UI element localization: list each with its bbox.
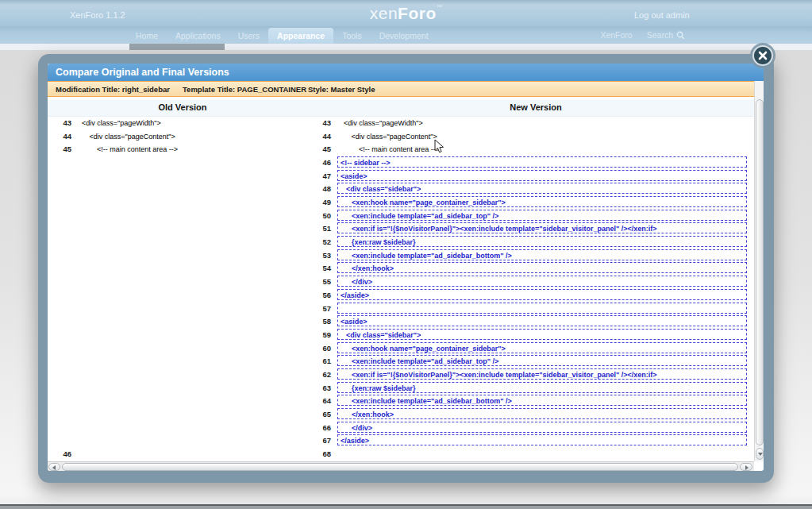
new-line-number: 46	[307, 158, 331, 167]
inserted-line-box	[337, 276, 747, 287]
new-line-number: 64	[307, 396, 331, 405]
new-line-number: 60	[307, 344, 331, 353]
inserted-line-box	[337, 408, 747, 419]
diff-row: 47<aside>	[48, 170, 754, 183]
diff-row: 51<xen:if is="!{$noVisitorPanel}"><xen:i…	[48, 222, 754, 235]
diff-row: 48<div class="sidebar">	[48, 183, 754, 195]
new-line-number: 58	[307, 317, 331, 326]
new-code-line-inserted: <xen:hook name="page_container_sidebar">	[352, 199, 506, 206]
diff-row: 44<div class="pageContent">44<div class=…	[48, 130, 754, 143]
modification-title-field: Modification Title: right_sidebar	[56, 85, 170, 94]
scroll-down-button[interactable]	[756, 448, 764, 460]
inserted-line-box	[337, 422, 747, 433]
new-code-line: <div class="pageContent">	[352, 133, 437, 141]
new-code-line: <!-- main content area -->	[359, 145, 440, 153]
old-code-line: <div class="pageWidth">	[82, 119, 161, 127]
new-line-number: 66	[307, 423, 331, 432]
diff-rows-area: 43<div class="pageWidth">43<div class="p…	[48, 117, 754, 461]
diff-row: 61<xen:include template="ad_sidebar_top"…	[48, 355, 754, 368]
new-line-number: 51	[307, 224, 331, 233]
old-line-number: 46	[48, 449, 71, 458]
nav-right-links: XenForo Search	[600, 26, 685, 44]
new-code-line-inserted: <div class="sidebar">	[346, 331, 421, 339]
diff-row: 65</xen:hook>	[48, 408, 754, 421]
new-code-line-inserted: <xen:hook name="page_container_sidebar">	[352, 345, 506, 353]
scroll-left-button[interactable]	[48, 463, 60, 471]
style-field: Style: Master Style	[308, 85, 375, 94]
new-line-number: 44	[307, 132, 331, 141]
logo-foro: Foro	[398, 4, 437, 22]
dimmed-subnav-tab	[129, 44, 225, 50]
nav-link-xenforo[interactable]: XenForo	[600, 30, 632, 40]
diff-column-headers: Old Version New Version	[48, 100, 754, 117]
diff-row: 4668	[48, 448, 754, 461]
main-navbar: HomeApplicationsUsersAppearanceToolsDeve…	[0, 26, 812, 44]
diff-row: 53<xen:include template="ad_sidebar_bott…	[48, 249, 754, 262]
diff-row: 43<div class="pageWidth">43<div class="p…	[48, 117, 754, 129]
nav-tab-development[interactable]: Development	[371, 28, 437, 44]
old-code-line: <!-- main content area -->	[97, 145, 178, 153]
modal-content: Compare Original and Final Versions Modi…	[48, 64, 764, 471]
new-code-line: <div class="pageWidth">	[344, 119, 423, 127]
close-icon[interactable]	[752, 45, 773, 66]
inserted-line-box	[337, 156, 747, 168]
new-line-number: 45	[307, 145, 331, 153]
nav-tab-home[interactable]: Home	[127, 28, 167, 44]
new-code-line-inserted: <xen:if is="!{$noVisitorPanel}"><xen:inc…	[352, 225, 657, 233]
top-admin-bar: XenForo 1.1.2 xenForo™ Log out admin	[0, 0, 812, 26]
old-version-header: Old Version	[48, 102, 317, 112]
inserted-line-box	[337, 170, 747, 181]
diff-row: 57	[48, 303, 754, 315]
diff-row: 62<xen:if is="!{$noVisitorPanel}"><xen:i…	[48, 368, 754, 381]
nav-tab-applications[interactable]: Applications	[167, 28, 229, 44]
new-line-number: 48	[307, 184, 331, 193]
new-code-line-inserted: </aside>	[341, 291, 369, 299]
new-code-line-inserted: <aside>	[341, 318, 368, 326]
old-line-number: 43	[48, 118, 71, 127]
new-line-number: 63	[307, 384, 331, 392]
new-code-line-inserted: </xen:hook>	[352, 411, 394, 418]
new-line-number: 67	[307, 436, 331, 445]
old-line-number: 45	[48, 145, 71, 153]
new-code-line-inserted: <div class="sidebar">	[346, 185, 421, 193]
diff-row: 56</aside>	[48, 289, 754, 302]
new-code-line-inserted: <aside>	[341, 172, 368, 180]
modal-title: Compare Original and Final Versions	[56, 67, 229, 78]
nav-tab-appearance[interactable]: Appearance	[268, 28, 333, 44]
new-line-number: 54	[307, 264, 331, 272]
new-line-number: 62	[307, 370, 331, 379]
compare-versions-modal: Compare Original and Final Versions Modi…	[38, 54, 774, 483]
vertical-scrollbar[interactable]	[754, 81, 764, 461]
logout-link[interactable]: Log out admin	[634, 10, 690, 20]
new-line-number: 49	[307, 198, 331, 206]
new-line-number: 47	[307, 172, 331, 180]
nav-tab-tools[interactable]: Tools	[333, 28, 371, 44]
xenforo-admin-page: XenForo 1.1.2 xenForo™ Log out admin Hom…	[0, 0, 812, 509]
scroll-right-button[interactable]	[740, 463, 752, 471]
inserted-line-box	[337, 315, 747, 326]
logo-xen: xen	[370, 4, 398, 22]
new-line-number: 50	[307, 211, 331, 220]
inserted-line-box	[337, 289, 747, 300]
new-line-number: 43	[307, 118, 331, 127]
diff-row: 64<xen:include template="ad_sidebar_bott…	[48, 395, 754, 407]
horizontal-scrollbar-thumb[interactable]	[62, 463, 738, 471]
new-line-number: 55	[307, 277, 331, 286]
nav-tab-users[interactable]: Users	[229, 28, 268, 44]
modal-header: Compare Original and Final Versions	[48, 64, 764, 81]
nav-tabs: HomeApplicationsUsersAppearanceToolsDeve…	[127, 28, 437, 44]
old-code-line: <div class="pageContent">	[90, 133, 175, 141]
close-x-glyph	[754, 47, 772, 64]
vertical-scrollbar-thumb[interactable]	[756, 99, 764, 445]
old-line-number: 44	[48, 132, 71, 141]
horizontal-scrollbar[interactable]	[48, 461, 754, 471]
diff-row: 50<xen:include template="ad_sidebar_top"…	[48, 210, 754, 222]
new-version-header: New Version	[317, 102, 754, 112]
new-line-number: 53	[307, 251, 331, 260]
dimmed-subnav-strip	[0, 44, 812, 50]
new-line-number: 61	[307, 357, 331, 365]
new-code-line-inserted: <xen:include template="ad_sidebar_bottom…	[352, 252, 512, 260]
diff-row: 67</aside>	[48, 434, 754, 447]
new-code-line-inserted: {xen:raw $sidebar}	[352, 384, 416, 392]
nav-link-search[interactable]: Search	[647, 30, 685, 40]
